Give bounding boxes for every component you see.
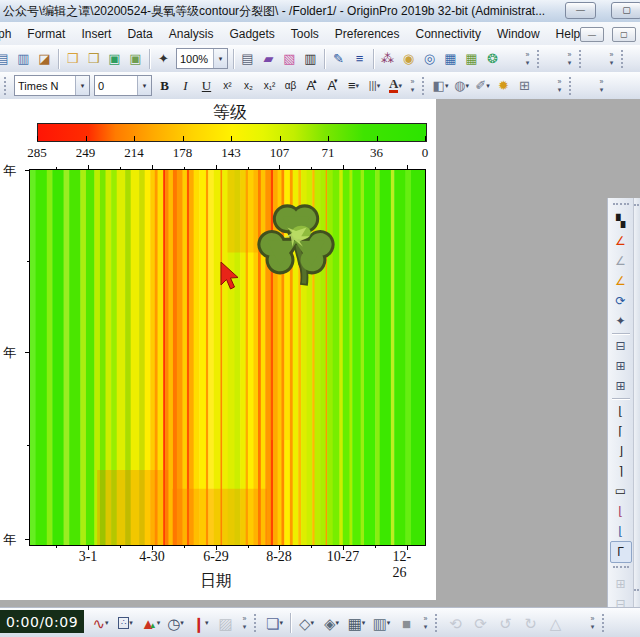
toolbar-grip[interactable] <box>613 203 629 208</box>
colorbar-tick-label[interactable]: 249 <box>76 145 96 161</box>
menu-item-connectivity[interactable]: Connectivity <box>408 23 489 45</box>
toolbar-overflow-chevron[interactable]: »▾ <box>553 75 566 97</box>
toolbar-grip[interactable] <box>254 614 259 632</box>
stock-plot-dropdown-arrow[interactable]: ▾ <box>205 619 209 627</box>
italic-button[interactable]: I <box>175 75 196 96</box>
project-explorer-button[interactable]: ⁂ <box>377 48 398 69</box>
menu-item-format[interactable]: Format <box>19 23 73 45</box>
toolbar-overflow-chevron[interactable]: »▾ <box>238 612 251 634</box>
menu-item-ph[interactable]: ph <box>0 23 19 45</box>
toolbar-overflow-chevron[interactable]: »▾ <box>586 612 599 634</box>
x-tick-label[interactable]: 3-1 <box>79 549 98 565</box>
toolbar-grip[interactable] <box>634 589 640 594</box>
toolbar-grip[interactable] <box>621 50 626 68</box>
title-bar[interactable]: 公众号\编辑之谭\20200524-臭氧等级contour分裂图\ - /Fol… <box>0 0 640 23</box>
toolbar-overflow-chevron[interactable]: »▾ <box>406 75 419 97</box>
edit-worksheet-button[interactable]: ▦ <box>461 48 482 69</box>
toolbar-grip[interactable] <box>4 77 9 95</box>
menu-item-tools[interactable]: Tools <box>283 23 327 45</box>
3d-surface-plot-dropdown-arrow[interactable]: ▾ <box>279 619 283 627</box>
maximize-button[interactable]: ▢ <box>611 2 640 19</box>
line-color-dropdown-arrow[interactable]: ▾ <box>486 82 490 90</box>
document-minimize-button[interactable]: — <box>580 27 604 42</box>
decrease-font-button[interactable]: A▾ <box>322 75 343 96</box>
colorbar-tick-label[interactable]: 178 <box>173 145 193 161</box>
zoom-data-button[interactable]: ◎ <box>419 48 440 69</box>
colorbar-tick-label[interactable]: 143 <box>221 145 241 161</box>
new-inset-graph-button[interactable]: ⌊ <box>611 501 631 521</box>
3d-bar-plot-button[interactable]: ▥▾ <box>369 611 394 635</box>
new-worksheet-button[interactable]: ▦ <box>440 48 461 69</box>
line-plot-button[interactable]: ∿▾ <box>88 611 113 635</box>
extract-to-layers-button[interactable]: ⊞ <box>611 356 631 376</box>
matrix-plot-dropdown-arrow[interactable]: ▾ <box>362 619 366 627</box>
area-plot-button[interactable]: ▲▲▾ <box>138 611 163 635</box>
heatmap-plot[interactable] <box>30 170 425 545</box>
font-name-combo[interactable]: Times N▾ <box>14 75 90 96</box>
export-graph-button[interactable]: ▧ <box>279 48 300 69</box>
x-tick-label[interactable]: 6-29 <box>203 549 229 565</box>
toolbar-grip[interactable] <box>537 50 542 68</box>
x-tick-label[interactable]: 8-28 <box>266 549 292 565</box>
font-size-dropdown-arrow[interactable]: ▾ <box>137 76 151 95</box>
polar-plot-dropdown-arrow[interactable]: ▾ <box>180 619 184 627</box>
line-plot-dropdown-arrow[interactable]: ▾ <box>105 619 109 627</box>
font-color-button[interactable]: A▾ <box>385 75 406 96</box>
colorbar-tick-label[interactable]: 214 <box>124 145 144 161</box>
document-restore-button[interactable]: ▢ <box>612 27 636 42</box>
alignment-dropdown-arrow[interactable]: ▾ <box>356 82 360 90</box>
x-tick-label[interactable]: 10-27 <box>327 549 360 565</box>
line-color-button[interactable]: ✐▾ <box>472 75 493 96</box>
matrix-plot-button[interactable]: ▦▾ <box>344 611 369 635</box>
subscript-button[interactable]: x₂ <box>238 75 259 96</box>
palette-button[interactable]: ◍▾ <box>451 75 472 96</box>
picket-fence-dropdown-arrow[interactable]: ▾ <box>377 82 381 90</box>
picket-fence-button[interactable]: |||▾ <box>364 75 385 96</box>
toolbar-grip[interactable] <box>602 614 607 632</box>
sub-superscript-button[interactable]: x₁² <box>259 75 280 96</box>
rescale-to-show-all-button[interactable]: ∠ <box>611 231 631 251</box>
merge-layers-button[interactable]: ⊟ <box>611 336 631 356</box>
area-plot-dropdown-arrow[interactable]: ▾ <box>157 619 161 627</box>
extract-to-graphs-button[interactable]: ⊞ <box>611 376 631 396</box>
3d-wireframe-plot-dropdown-arrow[interactable]: ▾ <box>311 619 315 627</box>
duplicate-batch-plot-button[interactable]: ▚ <box>611 211 631 231</box>
x-axis-title[interactable]: 日期 <box>0 571 432 592</box>
fill-color-square-button[interactable]: ■ <box>394 611 419 635</box>
scatter-plot-button[interactable]: ∴▾ <box>113 611 138 635</box>
save-project-button[interactable]: ▣ <box>104 48 125 69</box>
zoom-combo[interactable]: 100%▾ <box>176 48 228 69</box>
open-button[interactable]: ❒ <box>62 48 83 69</box>
new-layout-button[interactable]: ≡ <box>349 48 370 69</box>
stock-plot-button[interactable]: ❙▾ <box>188 611 213 635</box>
print-preview-button[interactable]: ▥ <box>13 48 34 69</box>
import-data-button[interactable]: ✦ <box>153 48 174 69</box>
toolbar-grip[interactable] <box>579 50 584 68</box>
import-wizard-button[interactable]: ◪ <box>34 48 55 69</box>
fill-color-button[interactable]: ◧▾ <box>430 75 451 96</box>
menu-item-analysis[interactable]: Analysis <box>161 23 222 45</box>
alignment-button[interactable]: ≡▾ <box>343 75 364 96</box>
x-tick-label[interactable]: 4-30 <box>139 549 165 565</box>
glow-effect-button[interactable]: ✹ <box>493 75 514 96</box>
toolbar-grip[interactable] <box>569 77 574 95</box>
zoom-axes-button[interactable]: ∠ <box>611 251 631 271</box>
zoom-page-button[interactable]: ◉ <box>398 48 419 69</box>
clover-sticker[interactable] <box>252 196 340 294</box>
menu-item-preferences[interactable]: Preferences <box>327 23 408 45</box>
menu-item-insert[interactable]: Insert <box>73 23 119 45</box>
y-tick-label[interactable]: 年 <box>0 344 16 362</box>
colorbar-tick-label[interactable]: 0 <box>422 145 429 161</box>
print-button[interactable]: ▤ <box>237 48 258 69</box>
greek-symbols-button[interactable]: αβ <box>280 75 301 96</box>
check-update-button[interactable]: ❂ <box>482 48 503 69</box>
add-frame-button[interactable]: ▭ <box>611 481 631 501</box>
colorbar-tick-label[interactable]: 36 <box>370 145 383 161</box>
increase-font-button[interactable]: A▴ <box>301 75 322 96</box>
save-template-button[interactable]: ▣ <box>125 48 146 69</box>
new-workbook-button[interactable]: ▤ <box>0 48 13 69</box>
colorbar-tick-label[interactable]: 285 <box>27 145 47 161</box>
refresh-graph-button[interactable]: ⟳ <box>611 291 631 311</box>
3d-wireframe-plot-button[interactable]: ◇▾ <box>294 611 319 635</box>
add-bottom-axis-button[interactable]: ⌉ <box>611 461 631 481</box>
